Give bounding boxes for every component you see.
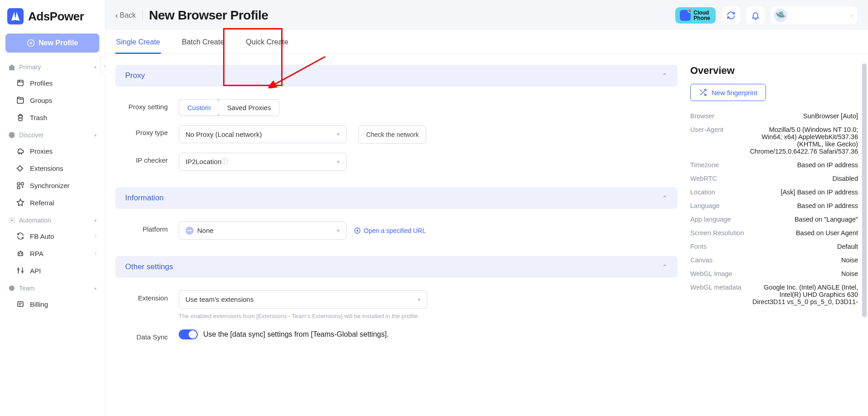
- billing-icon: [16, 300, 24, 308]
- nav-section-discover[interactable]: Discover ▾: [0, 128, 105, 142]
- compass-icon: [8, 131, 15, 139]
- sidebar-item-profiles[interactable]: Profiles: [0, 74, 105, 92]
- overview-row: BrowserSunBrowser [Auto]: [690, 109, 858, 123]
- panel-proxy: Proxy ⌃ Proxy setting Custom Saved Proxi…: [115, 65, 678, 177]
- sidebar-item-proxies[interactable]: Proxies: [0, 142, 105, 160]
- info-icon: ⓘ: [221, 157, 228, 166]
- sidebar-item-label: API: [30, 267, 41, 275]
- svg-point-14: [19, 253, 20, 254]
- panel-information: Information ⌃ Platform None ▾: [115, 187, 678, 246]
- logo[interactable]: AdsPower: [0, 0, 105, 31]
- platform-select[interactable]: None ▾: [179, 222, 346, 240]
- notifications-button[interactable]: [746, 6, 765, 24]
- sidebar-item-label: Billing: [30, 300, 48, 308]
- overview-key: Timezone: [690, 161, 749, 169]
- cloud-phone-icon: [680, 10, 691, 21]
- overview-row: FontsDefault: [690, 240, 858, 253]
- panel-other-settings: Other settings ⌃ Extension Use team's ex…: [115, 256, 678, 347]
- chevron-right-icon: ›: [850, 12, 853, 19]
- shuffle-icon: [699, 88, 707, 97]
- sidebar-item-label: Groups: [30, 97, 52, 104]
- panel-proxy-header[interactable]: Proxy ⌃: [115, 65, 678, 87]
- puzzle-icon: [16, 164, 24, 172]
- chevron-down-icon: ▾: [337, 131, 340, 137]
- overview-value: [Ask] Based on IP address: [749, 189, 858, 196]
- sidebar-item-label: RPA: [30, 250, 44, 257]
- chevron-down-icon: ▾: [337, 159, 340, 165]
- nav-section-primary[interactable]: Primary ▾: [0, 60, 105, 74]
- tab-batch-create[interactable]: Batch Create: [181, 30, 225, 53]
- gear-icon: [8, 285, 15, 292]
- overview-value: Google Inc. (Intel) ANGLE (Intel, Intel(…: [749, 284, 858, 305]
- chevron-right-icon: ›: [95, 233, 97, 239]
- sidebar-item-api[interactable]: API: [0, 262, 105, 279]
- logo-mark-icon: [7, 8, 24, 24]
- cloud-phone-badge[interactable]: Cloud Phone: [675, 7, 716, 24]
- data-sync-toggle[interactable]: [179, 329, 198, 339]
- sidebar-item-label: Profiles: [30, 79, 53, 87]
- sidebar-item-extensions[interactable]: Extensions: [0, 160, 105, 177]
- sidebar-item-label: Extensions: [30, 164, 63, 172]
- nav-section-automation[interactable]: Automation ▾: [0, 213, 105, 227]
- plus-circle-icon: [354, 227, 361, 234]
- profile-menu[interactable]: 🛸 ›: [771, 6, 857, 24]
- sidebar-item-fb-auto[interactable]: FB Auto ›: [0, 227, 105, 245]
- overview-row: LanguageBased on IP address: [690, 199, 858, 213]
- svg-rect-10: [21, 183, 24, 185]
- tab-single-create[interactable]: Single Create: [115, 30, 161, 53]
- sidebar-item-groups[interactable]: Groups: [0, 92, 105, 109]
- panel-information-header[interactable]: Information ⌃: [115, 187, 678, 209]
- new-profile-button[interactable]: New Profile: [5, 34, 99, 53]
- chevron-down-icon: ▾: [337, 227, 340, 234]
- overview-value: Based on IP address: [749, 202, 858, 209]
- ip-checker-select[interactable]: IP2Location ⓘ ▾: [179, 153, 346, 171]
- chevron-down-icon: ▾: [418, 296, 420, 303]
- overview-row: WebGL ImageNoise: [690, 267, 858, 281]
- panel-other-header[interactable]: Other settings ⌃: [115, 256, 678, 278]
- sidebar-item-label: FB Auto: [30, 232, 54, 240]
- header: ‹ Back New Browser Profile Cloud Phone 🛸: [105, 0, 868, 30]
- seg-saved-proxies[interactable]: Saved Proxies: [219, 100, 279, 116]
- plus-circle-icon: [27, 39, 35, 47]
- overview-value: SunBrowser [Auto]: [749, 112, 858, 120]
- overview-value: Based on User Agent: [749, 229, 858, 237]
- proxy-type-label: Proxy type: [115, 125, 179, 136]
- sidebar-item-trash[interactable]: Trash: [0, 109, 105, 126]
- sidebar-item-label: Synchronizer: [30, 182, 70, 189]
- overview-row: WebGL metadataGoogle Inc. (Intel) ANGLE …: [690, 281, 858, 309]
- scrollbar-thumb[interactable]: [862, 63, 867, 317]
- sidebar-item-synchronizer[interactable]: Synchronizer: [0, 177, 105, 194]
- nav-section-team[interactable]: Team ▾: [0, 281, 105, 295]
- open-url-link[interactable]: Open a specified URL: [354, 227, 426, 234]
- seg-custom[interactable]: Custom: [179, 99, 219, 116]
- sidebar-item-referral[interactable]: Referral: [0, 194, 105, 211]
- star-icon: [16, 198, 24, 207]
- new-fingerprint-button[interactable]: New fingerprint: [690, 84, 766, 101]
- sidebar-item-label: Referral: [30, 199, 54, 207]
- refresh-icon: [16, 232, 24, 240]
- gear-icon: [8, 217, 15, 224]
- back-button[interactable]: ‹ Back: [115, 11, 136, 20]
- create-tabs: Single Create Batch Create Quick Create: [105, 30, 868, 54]
- svg-rect-9: [17, 183, 20, 185]
- overview-value: Default: [749, 243, 858, 250]
- none-icon: [185, 227, 194, 235]
- sidebar-item-billing[interactable]: Billing: [0, 295, 105, 313]
- new-profile-label: New Profile: [39, 39, 78, 47]
- overview-key: Browser: [690, 112, 749, 120]
- tab-quick-create[interactable]: Quick Create: [245, 30, 289, 53]
- overview-title: Overview: [690, 65, 858, 77]
- trash-icon: [16, 113, 24, 121]
- check-network-button[interactable]: Check the network: [358, 126, 426, 144]
- svg-rect-11: [17, 186, 20, 189]
- nav: Primary ▾ Profiles Groups Trash: [0, 59, 105, 416]
- chevron-up-icon: ⌃: [662, 263, 668, 271]
- proxy-type-select[interactable]: No Proxy (Local network) ▾: [179, 125, 346, 143]
- avatar-icon: 🛸: [774, 9, 787, 22]
- refresh-button[interactable]: [722, 6, 740, 24]
- overview-row: App languageBased on "Language": [690, 213, 858, 226]
- form-column: Proxy ⌃ Proxy setting Custom Saved Proxi…: [115, 65, 678, 416]
- sidebar-item-rpa[interactable]: RPA ›: [0, 245, 105, 262]
- extension-select[interactable]: Use team's extensions ▾: [179, 290, 427, 309]
- profiles-icon: [16, 79, 24, 87]
